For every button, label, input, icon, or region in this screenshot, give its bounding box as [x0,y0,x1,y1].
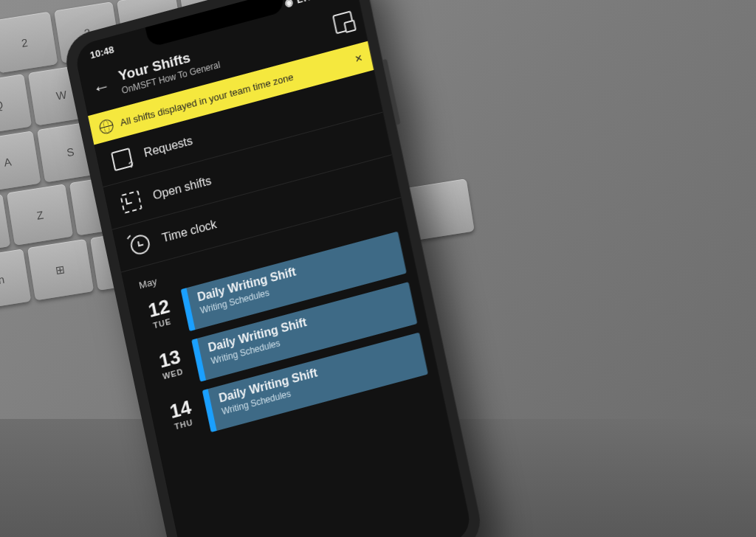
menu-label: Open shifts [152,174,213,203]
requests-icon [111,148,134,171]
status-time: 10:48 [89,44,114,60]
open-shifts-icon [120,190,142,214]
network-label: LTE [295,0,315,5]
menu-label: Requests [142,134,193,160]
keycap: 2 [0,12,58,74]
keycap: Fn [0,249,31,311]
keycap: A [0,131,41,193]
photo-scene: ` 1 2 3 4 5 6 7 Tab Q W E R T Y Caps A S… [0,0,756,537]
keycap: Z [7,184,73,246]
shift-date: 14 THU [154,390,211,445]
calendar-action-icon[interactable] [332,10,355,34]
back-button[interactable]: ← [91,76,111,98]
keycap: ⊞ [27,239,94,301]
shift-date: 13 WED [142,340,200,395]
time-clock-icon [129,233,152,257]
eye-icon: ◉ [284,0,294,9]
shift-date: 12 TUE [132,289,190,344]
menu-label: Time clock [161,218,218,245]
globe-icon [98,117,114,135]
banner-close-button[interactable]: × [354,51,364,67]
keycap: Q [0,74,32,136]
